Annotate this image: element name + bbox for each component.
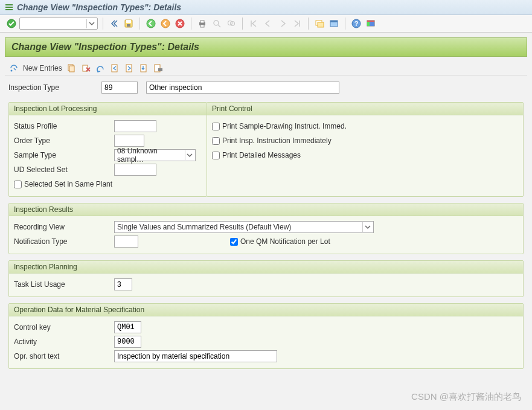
print-control-title: Print Control (207, 103, 523, 115)
svg-rect-29 (69, 66, 74, 72)
separator (345, 18, 345, 30)
control-key-label: Control key (14, 323, 111, 332)
svg-rect-18 (318, 22, 324, 27)
print-insp-instruction-input[interactable] (212, 137, 220, 145)
lot-processing-group: Inspection Lot Processing Status Profile… (8, 102, 207, 197)
delete-icon[interactable] (80, 63, 91, 74)
save-icon[interactable] (123, 18, 135, 30)
print-entry-icon[interactable] (153, 63, 164, 74)
toggle-icon[interactable] (8, 63, 19, 74)
help-icon[interactable]: ? (350, 18, 362, 30)
recording-view-select[interactable]: Single Values and Summarized Results (De… (114, 221, 374, 233)
recording-view-label: Recording View (14, 223, 111, 231)
recording-view-value: Single Values and Summarized Results (De… (117, 223, 291, 231)
layout-icon[interactable] (365, 18, 377, 30)
enter-icon[interactable] (6, 18, 17, 29)
next-entry-icon[interactable] (124, 63, 135, 74)
svg-rect-20 (330, 21, 338, 22)
sample-type-select[interactable]: 08 Unknown sampl… (114, 149, 196, 161)
find-icon (211, 18, 223, 30)
inspection-type-code-input[interactable] (101, 82, 138, 94)
chevron-down-icon[interactable] (185, 150, 194, 160)
separator (308, 18, 309, 30)
svg-rect-24 (367, 21, 374, 22)
activity-input[interactable] (114, 336, 141, 348)
svg-text:?: ? (354, 20, 359, 27)
svg-rect-12 (200, 25, 204, 27)
separator (191, 18, 191, 30)
separator (242, 18, 243, 30)
main-toolbar: ? (0, 15, 532, 33)
one-qm-notif-checkbox[interactable]: One QM Notification per Lot (230, 237, 330, 246)
print-icon[interactable] (196, 18, 208, 30)
menu-icon[interactable] (5, 3, 13, 11)
opr-short-text-label: Opr. short text (14, 352, 111, 360)
copy-icon[interactable] (66, 63, 77, 74)
svg-point-7 (147, 19, 155, 28)
page-title-band: Change View "Inspection Types": Details (5, 37, 527, 57)
print-insp-instruction-checkbox[interactable]: Print Insp. Instruction Immediately (212, 136, 332, 145)
operation-data-title: Operation Data for Material Specificatio… (9, 304, 523, 316)
status-profile-label: Status Profile (14, 122, 111, 130)
command-field[interactable] (19, 18, 98, 30)
inspection-results-title: Inspection Results (9, 203, 523, 216)
ud-selected-set-input[interactable] (114, 164, 156, 176)
last-page-icon (291, 18, 303, 30)
svg-rect-5 (126, 20, 131, 23)
print-control-group: Print Control Print Sample-Drawing Instr… (207, 102, 524, 197)
task-list-usage-input[interactable] (114, 278, 132, 290)
svg-rect-25 (367, 22, 370, 26)
svg-rect-11 (200, 21, 204, 23)
inspection-type-desc-input[interactable] (146, 82, 339, 94)
prev-page-icon (262, 18, 274, 30)
print-sample-drawing-label: Print Sample-Drawing Instruct. Immed. (222, 122, 347, 130)
first-page-icon (248, 18, 260, 30)
svg-rect-26 (370, 22, 374, 26)
chevron-down-icon[interactable] (362, 222, 372, 232)
order-type-input[interactable] (114, 135, 144, 147)
new-entries-button[interactable]: New Entries (23, 64, 62, 72)
inspection-results-group: Inspection Results Recording View Single… (8, 203, 524, 254)
new-session-icon[interactable] (313, 18, 325, 30)
shortcut-icon[interactable] (328, 18, 340, 30)
separator (103, 18, 103, 30)
inspection-type-row: Inspection Type (8, 82, 524, 94)
back-green-icon[interactable] (145, 18, 157, 30)
svg-rect-0 (5, 4, 13, 5)
svg-rect-2 (5, 9, 13, 10)
operation-data-group: Operation Data for Material Specificatio… (8, 303, 524, 369)
selected-set-same-plant-input[interactable] (14, 181, 22, 188)
exit-orange-icon[interactable] (159, 18, 171, 30)
window-title-bar: Change View "Inspection Types": Details (0, 0, 532, 15)
back-icon[interactable] (108, 18, 120, 30)
opr-short-text-input[interactable] (114, 350, 277, 362)
cancel-red-icon[interactable] (174, 18, 186, 30)
status-profile-input[interactable] (114, 120, 156, 132)
inspection-type-label: Inspection Type (8, 83, 93, 92)
one-qm-notif-input[interactable] (230, 238, 238, 246)
one-qm-notif-label: One QM Notification per Lot (240, 237, 330, 246)
window-title: Change View "Inspection Types": Details (17, 2, 181, 12)
task-list-usage-label: Task List Usage (14, 280, 111, 289)
lot-processing-title: Inspection Lot Processing (9, 103, 207, 115)
other-entry-icon[interactable] (138, 63, 149, 74)
print-detailed-messages-checkbox[interactable]: Print Detailed Messages (212, 151, 301, 159)
sample-type-value: 08 Unknown sampl… (117, 147, 182, 164)
find-next-icon (225, 18, 237, 30)
print-sample-drawing-checkbox[interactable]: Print Sample-Drawing Instruct. Immed. (212, 122, 347, 130)
control-key-input[interactable] (114, 321, 141, 333)
inspection-planning-title: Inspection Planning (9, 261, 523, 274)
notification-type-input[interactable] (114, 235, 138, 248)
prev-entry-icon[interactable] (109, 63, 120, 74)
print-detailed-messages-input[interactable] (212, 152, 220, 159)
selected-set-same-plant-checkbox[interactable]: Selected Set in Same Plant (14, 180, 112, 188)
print-sample-drawing-input[interactable] (212, 123, 220, 130)
undo-icon[interactable] (95, 63, 106, 74)
activity-label: Activity (14, 338, 111, 346)
app-toolbar: New Entries (5, 62, 527, 75)
order-type-label: Order Type (14, 136, 111, 145)
chevron-down-icon[interactable] (86, 19, 96, 28)
svg-point-13 (214, 21, 219, 25)
sample-type-label: Sample Type (14, 151, 111, 159)
svg-point-8 (161, 19, 170, 28)
